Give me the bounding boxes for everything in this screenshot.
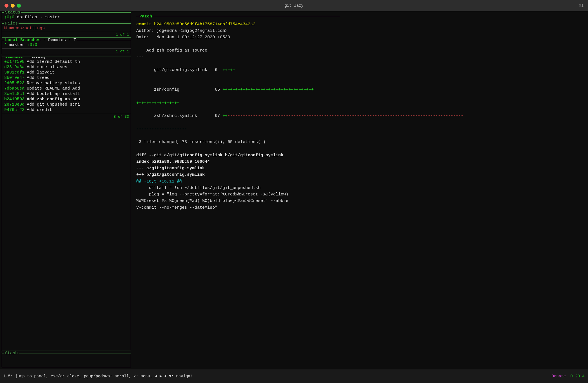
version-label: 0.20.4: [571, 374, 585, 378]
patch-stat2-text: zsh/config | 65: [152, 87, 222, 92]
branches-counter: 1 of 1: [2, 48, 131, 54]
status-panel-title: Status: [4, 11, 21, 15]
branches-title-label: Local Branches: [5, 38, 41, 43]
commits-title-label: Commits: [5, 57, 23, 59]
status-branch: master: [45, 15, 60, 20]
patch-panel: ─ Patch ────────────────────────────────…: [133, 11, 588, 369]
commit-hash-8: 2e713e0d: [4, 102, 24, 107]
commit-item[interactable]: 2e713e0d Add git unpushed scri: [4, 102, 128, 107]
commit-hash-0: ec17f598: [4, 59, 24, 64]
commit-msg-1: Add more aliases: [27, 65, 67, 70]
window-title: git lazy: [284, 3, 303, 8]
patch-blank1: [136, 41, 585, 47]
branches-panel: Local Branches - Remotes - T * master ↑0…: [2, 40, 131, 54]
patch-stat1-adds: +++++: [222, 68, 235, 72]
titlebar: git lazy ⌘1: [0, 0, 588, 11]
status-updown: ↑0↓0: [4, 15, 14, 20]
commit-hash-5: 7dbab8ea: [4, 86, 24, 91]
patch-diff-header1: diff --git a/git/gitconfig.symlink b/git…: [136, 152, 585, 159]
status-content: ↑0↓0 dotfiles → master: [2, 13, 131, 21]
patch-stat1: git/gitconfig.symlink | 6 +++++: [136, 60, 585, 80]
patch-title-label: Patch: [139, 14, 153, 20]
close-button[interactable]: [5, 4, 8, 8]
file-item[interactable]: M macos/settings: [4, 26, 45, 31]
commit-msg-0: Add iTerm2 default th: [27, 59, 80, 64]
status-bar: 1-5: jump to panel, esc/q: close, pgup/p…: [0, 369, 588, 383]
commit-hash-2: 3a91cdf1: [4, 70, 24, 75]
patch-separator: ---: [136, 54, 585, 60]
patch-author: Author: jogendra <imjog24@gmail.com>: [136, 28, 585, 34]
commit-hash-4: 2d05e523: [4, 81, 24, 86]
commit-item[interactable]: 9476cf23 Add credit: [4, 107, 128, 113]
commit-msg-7: Add zsh config as sou: [27, 97, 80, 102]
branch-name[interactable]: master: [9, 43, 27, 47]
commit-item[interactable]: 3ce1c8c1 Add bootstrap install: [4, 91, 128, 97]
commit-hash-9: 9476cf23: [4, 108, 24, 112]
commit-hash-6: 3ce1c8c1: [4, 92, 24, 96]
status-bar-space: [567, 374, 569, 378]
minimize-button[interactable]: [11, 4, 15, 8]
patch-date: Date: Mon Jun 1 00:12:27 2020 +0530: [136, 34, 585, 41]
patch-commit-hash: commit b2419503c50e56d9f4b1758714ebfd754…: [136, 21, 585, 28]
commit-item[interactable]: 7dbab8ea Update README and Add: [4, 86, 128, 91]
status-repo-name: dotfiles: [17, 15, 37, 20]
patch-stat1-text: git/gitconfig.symlink | 6: [152, 68, 222, 72]
patch-stat2-adds: ++++++++++++++++++++++++++++++++++++: [222, 87, 314, 92]
patch-stat3-remove: ----------------------------------------…: [228, 113, 463, 118]
files-panel: Files M macos/settings 1 of 1: [2, 23, 131, 38]
commit-item[interactable]: 2d05e523 Remove battery status: [4, 81, 128, 86]
patch-stat3-add: ++: [222, 113, 228, 118]
commit-hash-7: b2419503: [4, 97, 24, 102]
commit-msg-3: Add treed: [27, 75, 50, 80]
branches-separator1: - Remotes - T: [43, 38, 76, 43]
patch-diff-plus: +++ b/git/gitconfig.symlink: [136, 172, 585, 178]
commit-item[interactable]: ec17f598 Add iTerm2 default th: [4, 59, 128, 64]
patch-stat3: zsh/zshrc.symlink | 67 ++---------------…: [136, 106, 585, 126]
files-counter: 1 of 1: [2, 32, 131, 37]
commit-msg-2: Add lazygit: [27, 70, 55, 75]
patch-stat3-text: zsh/zshrc.symlink | 67: [152, 113, 222, 118]
patch-blank3: [136, 145, 585, 152]
patch-diff-minus: --- a/git/gitconfig.symlink: [136, 165, 585, 172]
commit-hash-1: d28f9a6a: [4, 65, 24, 70]
branch-indicators: ↑0↓0: [27, 43, 37, 47]
maximize-button[interactable]: [17, 4, 21, 8]
patch-blank2: [136, 132, 585, 139]
patch-context4: v-commit --no-merges --date=iso": [136, 204, 585, 211]
traffic-lights: [5, 4, 21, 8]
patch-context1: diffall = !sh ~/dotfiles/git/git_unpushe…: [136, 185, 585, 191]
patch-diff-header2: index b291a80..988bc59 100644: [136, 159, 585, 165]
commit-hash-3: 8b0f9e47: [4, 75, 24, 80]
status-indicators: ↑0↓0 dotfiles → master: [4, 15, 60, 20]
patch-message: Add zsh config as source: [136, 47, 585, 54]
stash-content: [2, 353, 131, 357]
commit-msg-4: Remove battery status: [27, 81, 80, 86]
commit-msg-6: Add bootstrap install: [27, 92, 80, 96]
main-content: Status ↑0↓0 dotfiles → master Files M ma…: [0, 11, 588, 369]
left-panel: Status ↑0↓0 dotfiles → master Files M ma…: [0, 11, 133, 369]
patch-title-row: ─ Patch ────────────────────────────────…: [136, 14, 585, 20]
commit-msg-8: Add git unpushed scri: [27, 102, 80, 107]
commit-item[interactable]: 3a91cdf1 Add lazygit: [4, 70, 128, 75]
window-shortcut: ⌘1: [579, 3, 583, 8]
commit-item[interactable]: 8b0f9e47 Add treed: [4, 75, 128, 81]
files-content: M macos/settings: [2, 24, 131, 32]
status-arrow: →: [40, 15, 45, 20]
patch-hunk: @@ -16,5 +16,11 @@: [136, 178, 585, 185]
patch-stat2-cont: +++++++++++++++++: [136, 100, 585, 106]
patch-files-changed: 3 files changed, 73 insertions(+), 65 de…: [136, 139, 585, 145]
patch-title-dash-right: ────────────────────────────────────────…: [153, 14, 585, 20]
commit-item[interactable]: d28f9a6a Add more aliases: [4, 64, 128, 70]
patch-stat2: zsh/config | 65 ++++++++++++++++++++++++…: [136, 80, 585, 100]
commit-msg-5: Update README and Add: [27, 86, 80, 91]
stash-panel-title: Stash: [4, 351, 19, 356]
commits-panel-title: Commits - Reflog: [4, 57, 46, 59]
commits-list: ec17f598 Add iTerm2 default th d28f9a6a …: [2, 57, 131, 114]
patch-title-dash-left: ─: [136, 14, 139, 20]
donate-button[interactable]: Donate: [552, 374, 566, 378]
commits-panel: Commits - Reflog ec17f598 Add iTerm2 def…: [2, 57, 131, 351]
patch-stat3-cont: --------------------: [136, 126, 585, 132]
commit-item-selected[interactable]: b2419503 Add zsh config as sou: [4, 97, 128, 102]
commit-msg-9: Add credit: [27, 108, 52, 112]
branch-star: *: [4, 43, 9, 47]
